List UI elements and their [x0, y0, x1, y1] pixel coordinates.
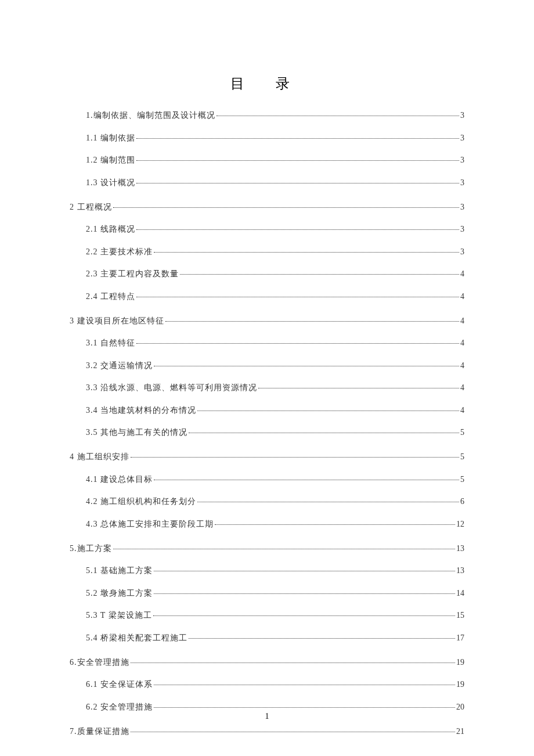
toc-title: 目 录 — [70, 74, 464, 93]
toc-entry-page: 4 — [460, 292, 464, 301]
toc-entry-page: 4 — [460, 406, 464, 415]
toc-entry-label: 5.1 基础施工方案 — [86, 566, 153, 576]
toc-entry-label: 3.5 其他与施工有关的情况 — [86, 427, 187, 438]
toc-entry-label: 6.1 安全保证体系 — [86, 679, 153, 690]
toc-entry-label: 1.3 设计概况 — [86, 178, 135, 188]
toc-leader-dots — [154, 571, 455, 571]
toc-entry-page: 17 — [456, 633, 464, 643]
toc-entry[interactable]: 5.3 T 梁架设施工15 — [86, 610, 464, 621]
table-of-contents: 1.编制依据、编制范围及设计概况31.1 编制依据31.2 编制范围31.3 设… — [70, 110, 464, 737]
toc-entry-page: 14 — [456, 589, 464, 598]
toc-entry-page: 19 — [456, 680, 464, 689]
toc-leader-dots — [197, 502, 459, 502]
toc-leader-dots — [136, 343, 459, 344]
toc-entry-label: 5.3 T 梁架设施工 — [86, 610, 152, 621]
toc-leader-dots — [131, 663, 456, 663]
toc-entry[interactable]: 4.3 总体施工安排和主要阶段工期12 — [86, 519, 464, 530]
toc-entry-page: 3 — [460, 111, 464, 120]
toc-entry[interactable]: 3.5 其他与施工有关的情况5 — [86, 427, 464, 438]
toc-entry[interactable]: 4 施工组织安排5 — [70, 452, 464, 462]
toc-leader-dots — [153, 615, 455, 616]
toc-leader-dots — [154, 593, 455, 594]
toc-entry[interactable]: 5.4 桥梁相关配套工程施工17 — [86, 633, 464, 643]
toc-entry-label: 3.1 自然特征 — [86, 338, 135, 348]
toc-entry-page: 4 — [460, 339, 464, 348]
toc-entry[interactable]: 2.3 主要工程内容及数量4 — [86, 269, 464, 279]
toc-leader-dots — [258, 388, 459, 388]
toc-entry-label: 5.施工方案 — [70, 543, 112, 554]
toc-entry[interactable]: 2 工程概况3 — [70, 202, 464, 213]
toc-entry-page: 15 — [456, 611, 464, 620]
toc-entry[interactable]: 4.2 施工组织机构和任务划分6 — [86, 496, 464, 507]
toc-entry-label: 4 施工组织安排 — [70, 452, 129, 462]
toc-entry[interactable]: 4.1 建设总体目标5 — [86, 474, 464, 485]
toc-entry-label: 2.1 线路概况 — [86, 224, 135, 235]
toc-entry[interactable]: 6.安全管理措施19 — [70, 657, 464, 668]
toc-leader-dots — [217, 116, 460, 116]
toc-leader-dots — [136, 297, 459, 297]
toc-entry[interactable]: 5.1 基础施工方案13 — [86, 566, 464, 576]
toc-entry-page: 3 — [460, 247, 464, 257]
toc-leader-dots — [136, 183, 459, 183]
toc-entry[interactable]: 1.2 编制范围3 — [86, 155, 464, 165]
toc-leader-dots — [136, 160, 459, 161]
toc-entry-label: 3.3 沿线水源、电源、燃料等可利用资源情况 — [86, 383, 257, 393]
toc-entry[interactable]: 2.4 工程特点4 — [86, 291, 464, 302]
toc-entry[interactable]: 1.3 设计概况3 — [86, 178, 464, 188]
toc-leader-dots — [136, 229, 459, 230]
toc-entry-label: 6.安全管理措施 — [70, 657, 129, 668]
toc-entry-page: 12 — [456, 520, 464, 529]
toc-leader-dots — [154, 707, 455, 708]
toc-entry-page: 4 — [460, 269, 464, 279]
toc-entry-page: 4 — [460, 316, 464, 326]
toc-leader-dots — [154, 252, 459, 253]
toc-entry[interactable]: 3 建设项目所在地区特征4 — [70, 316, 464, 326]
toc-entry-page: 13 — [456, 566, 464, 575]
toc-leader-dots — [113, 207, 460, 208]
toc-entry-page: 5 — [460, 452, 464, 462]
toc-entry-label: 2.3 主要工程内容及数量 — [86, 269, 179, 279]
toc-entry-page: 3 — [460, 203, 464, 212]
toc-leader-dots — [189, 638, 455, 639]
toc-entry[interactable]: 2.1 线路概况3 — [86, 224, 464, 235]
toc-entry-label: 4.1 建设总体目标 — [86, 474, 153, 485]
toc-entry-label: 1.2 编制范围 — [86, 155, 135, 165]
toc-entry[interactable]: 1.编制依据、编制范围及设计概况3 — [86, 110, 464, 121]
toc-entry[interactable]: 1.1 编制依据3 — [86, 133, 464, 143]
toc-entry-page: 4 — [460, 361, 464, 370]
toc-entry-label: 1.编制依据、编制范围及设计概况 — [86, 110, 215, 121]
toc-entry-label: 5.2 墩身施工方案 — [86, 588, 153, 599]
toc-entry[interactable]: 7.质量保证措施21 — [70, 726, 464, 737]
toc-entry[interactable]: 3.2 交通运输情况4 — [86, 361, 464, 371]
toc-entry[interactable]: 6.2 安全管理措施20 — [86, 702, 464, 712]
toc-entry[interactable]: 3.4 当地建筑材料的分布情况4 — [86, 405, 464, 416]
toc-entry-label: 4.3 总体施工安排和主要阶段工期 — [86, 519, 214, 530]
toc-entry[interactable]: 2.2 主要技术标准3 — [86, 247, 464, 257]
toc-leader-dots — [189, 433, 459, 433]
toc-entry[interactable]: 5.2 墩身施工方案14 — [86, 588, 464, 599]
toc-entry[interactable]: 3.3 沿线水源、电源、燃料等可利用资源情况4 — [86, 383, 464, 393]
toc-leader-dots — [165, 321, 460, 322]
toc-entry-page: 3 — [460, 156, 464, 165]
toc-leader-dots — [197, 411, 459, 411]
toc-entry-page: 3 — [460, 178, 464, 188]
toc-entry[interactable]: 6.1 安全保证体系19 — [86, 679, 464, 690]
page-number: 1 — [0, 712, 534, 721]
toc-entry-label: 3.4 当地建筑材料的分布情况 — [86, 405, 196, 416]
toc-entry-label: 1.1 编制依据 — [86, 133, 135, 143]
toc-entry-page: 6 — [460, 497, 464, 506]
toc-entry-page: 3 — [460, 134, 464, 143]
toc-entry-label: 6.2 安全管理措施 — [86, 702, 153, 712]
toc-entry-label: 2.2 主要技术标准 — [86, 247, 153, 257]
toc-leader-dots — [131, 732, 456, 732]
toc-entry-label: 3.2 交通运输情况 — [86, 361, 153, 371]
toc-entry-page: 19 — [456, 658, 464, 667]
toc-entry[interactable]: 5.施工方案13 — [70, 543, 464, 554]
toc-entry-label: 7.质量保证措施 — [70, 726, 129, 737]
toc-leader-dots — [180, 274, 459, 275]
toc-entry-label: 2.4 工程特点 — [86, 291, 135, 302]
toc-entry-page: 20 — [456, 703, 464, 712]
toc-leader-dots — [154, 366, 459, 366]
toc-entry[interactable]: 3.1 自然特征4 — [86, 338, 464, 348]
toc-entry-page: 5 — [460, 428, 464, 437]
